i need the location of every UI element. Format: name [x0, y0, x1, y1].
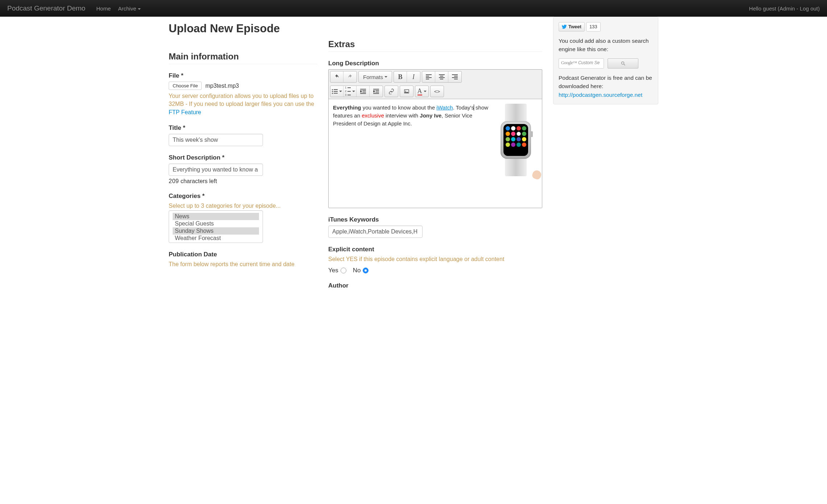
chevron-down-icon	[339, 91, 342, 92]
categories-select[interactable]: NewsSpecial GuestsSunday ShowsWeather Fo…	[169, 210, 263, 243]
nav-home[interactable]: Home	[96, 5, 111, 12]
svg-point-2	[621, 62, 624, 64]
chevron-down-icon	[138, 8, 141, 10]
outdent-button[interactable]	[357, 86, 370, 97]
chosen-file-name: mp3test.mp3	[205, 83, 239, 89]
title-label: Title *	[169, 124, 317, 132]
sidebar-text-1: You could add also a custom search engin…	[559, 37, 653, 54]
iwatch-link[interactable]: iWatch	[436, 104, 453, 111]
explicit-hint: Select YES if this episode contains expl…	[328, 255, 542, 263]
brand-link[interactable]: Podcast Generator Demo	[7, 4, 85, 12]
indent-button[interactable]	[370, 86, 383, 97]
explicit-yes-radio[interactable]	[341, 268, 346, 273]
nav-archive[interactable]: Archive	[118, 5, 140, 12]
undo-button[interactable]	[330, 71, 343, 82]
sidebar: Tweet 133 You could add also a custom se…	[553, 17, 658, 104]
link-button[interactable]	[385, 86, 398, 97]
nav-admin[interactable]: Admin	[779, 5, 795, 12]
category-option[interactable]: Sunday Shows	[173, 227, 259, 235]
source-code-button[interactable]: <>	[431, 86, 444, 97]
svg-line-3	[624, 64, 625, 66]
image-button[interactable]	[400, 86, 413, 97]
categories-label: Categories *	[169, 193, 317, 200]
main-info-heading: Main information	[169, 51, 317, 64]
text-color-button[interactable]: A	[415, 86, 428, 97]
pubdate-hint: The form below reports the current time …	[169, 260, 317, 268]
chevron-down-icon	[352, 91, 355, 92]
tweet-button[interactable]: Tweet	[559, 22, 585, 32]
category-option[interactable]: Weather Forecast	[173, 235, 259, 242]
ftp-feature-link[interactable]: FTP Feature	[169, 109, 201, 115]
short-desc-input[interactable]	[169, 164, 263, 176]
bold-button[interactable]: B	[394, 71, 407, 82]
categories-hint: Select up to 3 categories for your episo…	[169, 202, 317, 210]
bullet-list-button[interactable]	[330, 86, 343, 97]
search-icon	[621, 61, 626, 66]
editor-content[interactable]: Everything you wanted to know about the …	[329, 99, 542, 208]
formats-dropdown[interactable]: Formats	[359, 71, 392, 82]
align-center-button[interactable]	[435, 71, 448, 82]
itunes-keywords-label: iTunes Keywords	[328, 216, 542, 223]
category-option[interactable]: News	[173, 213, 259, 220]
file-upload-hint: Your server configuration allows you to …	[169, 92, 317, 116]
custom-search-input[interactable]: Google™ Custom Se	[559, 58, 604, 69]
explicit-yes-label: Yes	[328, 267, 338, 274]
explicit-no-label: No	[353, 267, 361, 274]
svg-point-1	[405, 91, 406, 91]
navbar: Podcast Generator Demo Home Archive Hell…	[0, 0, 827, 17]
rich-text-editor: Formats B I 123	[328, 69, 542, 208]
itunes-keywords-input[interactable]	[328, 226, 423, 238]
download-link[interactable]: http://podcastgen.sourceforge.net	[559, 92, 642, 98]
align-right-button[interactable]	[448, 71, 461, 82]
editor-inline-image	[494, 104, 538, 203]
align-left-button[interactable]	[422, 71, 435, 82]
twitter-icon	[562, 24, 567, 29]
choose-file-button[interactable]: Choose File	[169, 82, 202, 90]
search-button[interactable]	[608, 58, 638, 69]
long-desc-label: Long Description	[328, 60, 542, 67]
chars-left: 209 characters left	[169, 178, 317, 185]
file-label: File *	[169, 72, 317, 79]
short-desc-label: Short Description *	[169, 154, 317, 161]
title-input[interactable]	[169, 134, 263, 146]
pubdate-label: Publication Date	[169, 251, 317, 258]
chevron-down-icon	[384, 76, 387, 78]
numbered-list-button[interactable]: 123	[343, 86, 357, 97]
explicit-no-radio[interactable]	[363, 268, 369, 273]
navbar-right: Hello guest (Admin - Log out)	[749, 5, 820, 12]
sidebar-text-2: Podcast Generator is free and can be dow…	[559, 74, 653, 91]
author-label: Author	[328, 282, 542, 289]
tweet-count: 133	[586, 22, 601, 32]
redo-button[interactable]	[343, 71, 357, 82]
editor-toolbar: Formats B I 123	[329, 70, 542, 99]
chevron-down-icon	[424, 91, 427, 92]
italic-button[interactable]: I	[407, 71, 420, 82]
page-title: Upload New Episode	[169, 22, 317, 35]
nav-logout[interactable]: Log out	[800, 5, 818, 12]
explicit-label: Explicit content	[328, 246, 542, 253]
extras-heading: Extras	[328, 39, 542, 52]
category-option[interactable]: Special Guests	[173, 220, 259, 227]
